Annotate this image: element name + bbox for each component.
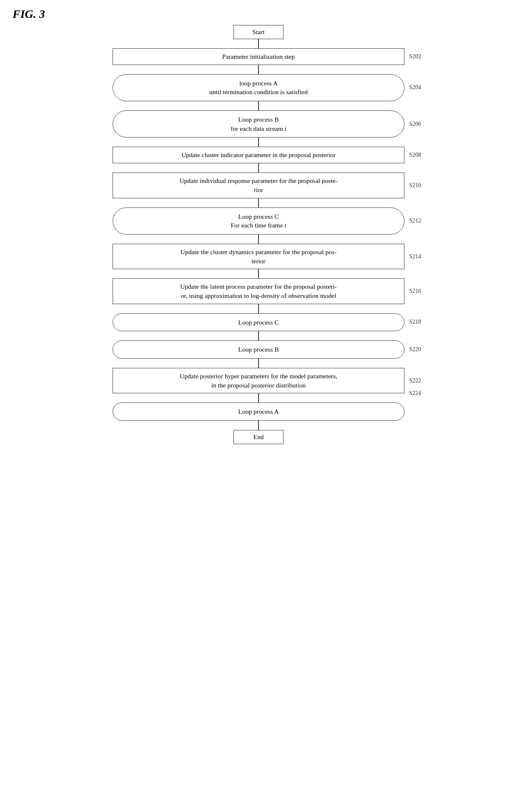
s208-label: S208 bbox=[409, 152, 421, 158]
end-box: End bbox=[233, 430, 284, 444]
s216-text: Update the latent process parameter for … bbox=[180, 283, 336, 299]
s212-text: Loop process CFor each time frame t bbox=[231, 213, 286, 229]
s210-label: S210 bbox=[409, 182, 421, 189]
s208-box: Update cluster indicator parameter in th… bbox=[113, 147, 404, 163]
connector-6 bbox=[258, 198, 259, 207]
node-row-s224: Loop process A bbox=[0, 402, 517, 421]
connector-9 bbox=[258, 304, 259, 313]
s214-box: Update the cluster dynamics parameter fo… bbox=[113, 244, 404, 269]
connector-10 bbox=[258, 331, 259, 340]
s210-box: Update individual response parameter for… bbox=[113, 172, 404, 198]
connector-11 bbox=[258, 359, 259, 368]
connector-8 bbox=[258, 269, 259, 278]
flowchart: Start Parameter initialization step S202… bbox=[0, 25, 517, 444]
node-row-s204: loop process Auntil termination conditio… bbox=[0, 74, 517, 101]
s212-box: Loop process CFor each time frame t bbox=[113, 207, 404, 235]
s208-text: Update cluster indicator parameter in th… bbox=[181, 151, 336, 158]
node-row-s202: Parameter initialization step S202 bbox=[0, 48, 517, 65]
s222-text: Update posterior hyper parameters for th… bbox=[180, 372, 337, 389]
s202-label: S202 bbox=[409, 53, 421, 60]
node-row-start: Start bbox=[0, 25, 517, 39]
s212-label: S212 bbox=[409, 217, 421, 224]
node-row-s214: Update the cluster dynamics parameter fo… bbox=[0, 244, 517, 269]
s220-label: S220 bbox=[409, 346, 421, 353]
s216-label: S216 bbox=[409, 288, 421, 295]
connector-3 bbox=[258, 101, 259, 110]
node-row-s210: Update individual response parameter for… bbox=[0, 172, 517, 198]
connector-1 bbox=[258, 39, 259, 48]
s204-text: loop process Auntil termination conditio… bbox=[209, 80, 308, 96]
node-row-end: End bbox=[0, 430, 517, 444]
s204-box: loop process Auntil termination conditio… bbox=[113, 74, 404, 101]
end-label: End bbox=[253, 433, 264, 440]
s218-label: S218 bbox=[409, 319, 421, 325]
s218-box: Loop process C bbox=[113, 313, 404, 332]
node-row-s206: Loop process Bfor each data stream i S20… bbox=[0, 110, 517, 137]
s210-text: Update individual response parameter for… bbox=[179, 177, 337, 193]
start-box: Start bbox=[233, 25, 284, 39]
s202-box: Parameter initialization step bbox=[113, 48, 404, 65]
s224-box: Loop process A bbox=[113, 402, 404, 421]
s206-box: Loop process Bfor each data stream i bbox=[113, 110, 404, 137]
node-row-s208: Update cluster indicator parameter in th… bbox=[0, 147, 517, 163]
s214-label: S214 bbox=[409, 253, 421, 260]
s222-label: S222 bbox=[409, 377, 421, 384]
node-row-s216: Update the latent process parameter for … bbox=[0, 278, 517, 304]
s224-label-inline: S224 bbox=[409, 390, 421, 397]
node-row-s220: Loop process B S220 bbox=[0, 340, 517, 359]
connector-4 bbox=[258, 137, 259, 147]
connector-2 bbox=[258, 65, 259, 74]
s224-text: Loop process A bbox=[238, 408, 279, 415]
node-row-s222: Update posterior hyper parameters for th… bbox=[0, 368, 517, 393]
s220-text: Loop process B bbox=[238, 346, 279, 353]
s214-text: Update the cluster dynamics parameter fo… bbox=[181, 248, 336, 265]
connector-5 bbox=[258, 163, 259, 172]
s218-text: Loop process C bbox=[238, 319, 279, 326]
s216-box: Update the latent process parameter for … bbox=[113, 278, 404, 304]
connector-7 bbox=[258, 235, 259, 244]
connector-12 bbox=[258, 393, 259, 402]
node-row-s218: Loop process C S218 bbox=[0, 313, 517, 332]
start-label: Start bbox=[252, 28, 264, 35]
s220-box: Loop process B bbox=[113, 340, 404, 359]
s206-label: S206 bbox=[409, 121, 421, 127]
s204-label: S204 bbox=[409, 84, 421, 91]
connector-13 bbox=[258, 421, 259, 430]
node-row-s212: Loop process CFor each time frame t S212 bbox=[0, 207, 517, 235]
s206-text: Loop process Bfor each data stream i bbox=[231, 116, 286, 132]
s202-text: Parameter initialization step bbox=[222, 53, 295, 60]
fig-label: FIG. 3 bbox=[13, 7, 45, 21]
s222-box: Update posterior hyper parameters for th… bbox=[113, 368, 404, 393]
